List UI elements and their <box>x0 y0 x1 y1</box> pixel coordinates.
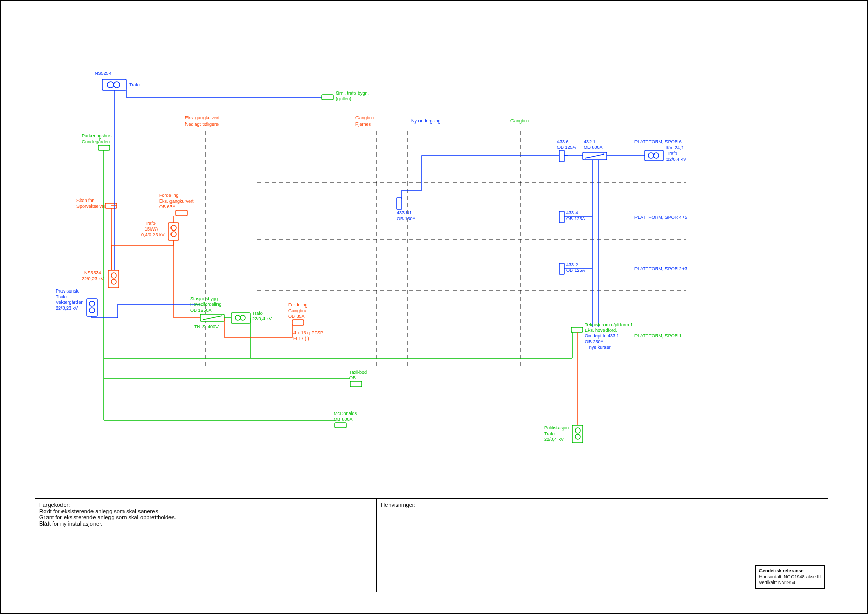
svg-rect-35 <box>397 198 402 209</box>
trafo22-2: 22/0,4 kV <box>252 316 272 321</box>
politi-3: 22/0,4 kV <box>544 437 564 442</box>
drawing-sheet: NS5254 Trafo Gml. trafo bygn. (galleri) … <box>0 0 868 614</box>
tekn-3: Omdøpt til 433.1 <box>585 333 619 339</box>
drawing-area: NS5254 Trafo Gml. trafo bygn. (galleri) … <box>35 17 828 592</box>
fordgb-2: Gangbru <box>288 308 306 313</box>
trafo22-1: Trafo <box>252 311 263 316</box>
eks-gang-2: Nedlagt tidligere <box>185 121 219 127</box>
tekn-2: Eks. hovedford. <box>585 328 617 333</box>
ns5254-label: NS5254 <box>95 71 112 76</box>
pfsp-1: 4 x 16 q PFSP <box>293 330 323 335</box>
stasj-3: OB 1250A <box>190 308 212 313</box>
n4321-1: 432.1 <box>584 139 596 144</box>
skap-l1: Skap for <box>76 198 94 203</box>
platt1: PLATTFORM, SPOR 1 <box>634 333 682 339</box>
platt23: PLATTFORM, SPOR 2+3 <box>634 266 687 271</box>
trafo15-1: Trafo <box>145 221 156 226</box>
gml-trafo-l2: (galleri) <box>336 96 351 101</box>
schematic: NS5254 Trafo Gml. trafo bygn. (galleri) … <box>35 17 831 503</box>
gangbru-fj-2: Fjernes <box>355 121 371 127</box>
n4332-1: 433.2 <box>566 262 578 267</box>
pfsp-2: H-17 ( ) <box>293 336 309 341</box>
svg-rect-42 <box>559 211 564 223</box>
fordgb-1: Fordeling <box>288 302 308 308</box>
ford-eks-2: Eks. gangkulvert <box>159 198 194 204</box>
trafo15-2: 15kVA <box>145 226 158 232</box>
km-1: Km 24,1 <box>667 145 684 150</box>
park-l2: Grindegården <box>82 139 110 144</box>
tekn-4: OB 250A <box>585 339 604 344</box>
platt6: PLATTFORM, SPOR 6 <box>634 139 682 144</box>
gangbru-fj-1: Gangbru <box>355 115 374 120</box>
politi-1: Politistasjon <box>544 425 569 431</box>
mcd-1: McDonalds <box>334 411 358 416</box>
geodetic-ref: Geodetisk referanse Horisontalt: NGO1948… <box>755 565 825 589</box>
km-2: Trafo <box>667 151 677 156</box>
gml-trafo-l1: Gml. trafo bygn. <box>336 90 369 96</box>
ford-eks-1: Fordeling <box>159 193 179 198</box>
svg-rect-11 <box>98 145 110 150</box>
n4336-2: OB 125A <box>557 145 576 150</box>
trafo15-3: 0,4/0,23 kV <box>141 232 165 237</box>
n4336-1: 433.6 <box>557 139 569 144</box>
park-l1: Parkeringshus <box>82 133 112 139</box>
svg-rect-36 <box>559 150 564 162</box>
n433u1-2: OB 150A <box>397 216 416 221</box>
svg-rect-32 <box>292 320 304 325</box>
svg-rect-33 <box>350 381 362 387</box>
title-block: Fargekoder: Rødt for eksisterende anlegg… <box>35 498 828 592</box>
svg-rect-10 <box>322 95 333 100</box>
fargekoder-2: Grønt for eksisterende anlegg som skal o… <box>39 514 372 520</box>
prov-1: Provisorisk <box>56 288 79 294</box>
politi-2: Trafo <box>544 431 555 436</box>
tekn-1: Teknisk rom u/pltform 1 <box>585 322 633 327</box>
fargekoder-1: Rødt for eksisterende anlegg som skal sa… <box>39 508 372 514</box>
n433u1-1: 433.U1 <box>397 210 412 216</box>
trafo-label: Trafo <box>129 82 140 87</box>
ny-undergang: Ny undergang <box>411 118 441 124</box>
svg-rect-28 <box>231 313 250 323</box>
svg-rect-43 <box>559 263 564 274</box>
taxi-1: Taxi-bod <box>349 370 367 375</box>
gangbru-right: Gangbru <box>510 118 529 124</box>
mcd-2: OB 800A <box>334 417 353 422</box>
stasj-2: Hovedfordeling <box>190 302 222 307</box>
taxi-2: OB <box>349 375 356 380</box>
eks-gang-1: Eks. gangkulvert <box>185 115 220 120</box>
fargekoder-3: Blått for ny installasjoner. <box>39 520 372 527</box>
n4321-2: OB 800A <box>584 145 603 150</box>
svg-rect-34 <box>335 423 346 428</box>
svg-rect-46 <box>571 327 583 332</box>
svg-rect-39 <box>645 150 663 161</box>
henvisninger: Henvisninger: <box>381 502 555 508</box>
platt45: PLATTFORM, SPOR 4+5 <box>634 214 687 220</box>
prov-2: Trafo <box>56 294 67 299</box>
svg-rect-7 <box>102 79 126 90</box>
svg-rect-13 <box>176 210 187 216</box>
ns5534-1: NS5534 <box>84 270 101 275</box>
stasj-1: Stasjonsbygg <box>190 296 218 301</box>
prov-4: 22/0,23 kV <box>56 305 78 311</box>
ns5534-2: 22/0,23 kV <box>82 276 104 281</box>
ford-eks-3: OB 63A <box>159 204 176 209</box>
tekn-5: + nye kurser <box>585 345 611 350</box>
tns: TN-S, 400V <box>194 324 219 329</box>
n4334-1: 433.4 <box>566 210 578 216</box>
fargekoder-h: Fargekoder: <box>39 502 372 508</box>
km-3: 22/0,4 kV <box>667 157 686 162</box>
prov-3: Vektergården <box>56 300 84 305</box>
fordgb-3: OB 35A <box>288 314 305 319</box>
